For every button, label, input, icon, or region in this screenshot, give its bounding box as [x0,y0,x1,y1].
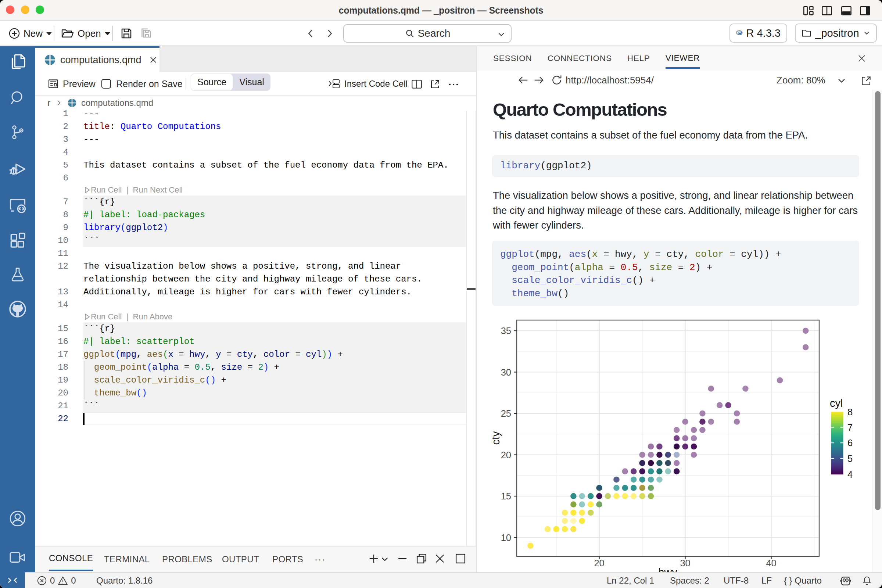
svg-text:cyl: cyl [830,397,843,409]
svg-text:R: R [738,30,742,36]
svg-text:20: 20 [501,450,511,460]
svg-text:15: 15 [501,491,511,501]
svg-text:4: 4 [848,469,853,480]
svg-text:30: 30 [501,367,511,377]
svg-text:30: 30 [680,558,690,568]
svg-text:5: 5 [848,453,853,464]
svg-text:6: 6 [848,438,853,448]
svg-text:7: 7 [848,422,853,432]
svg-text:hwy: hwy [658,566,677,572]
svg-text:20: 20 [594,558,604,568]
svg-text:10: 10 [501,532,511,543]
svg-text:25: 25 [501,408,511,418]
svg-text:cty: cty [490,431,502,445]
svg-text:8: 8 [848,407,853,417]
svg-text:40: 40 [766,558,776,568]
svg-text:35: 35 [501,326,511,336]
